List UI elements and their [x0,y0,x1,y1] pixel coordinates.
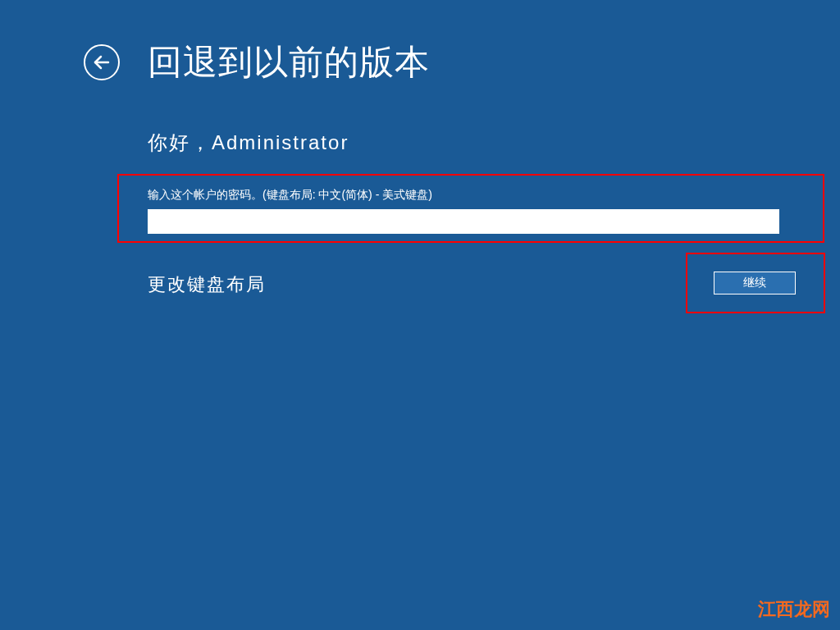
password-label: 输入这个帐户的密码。(键盘布局: 中文(简体) - 美式键盘) [148,188,783,203]
password-section: 输入这个帐户的密码。(键盘布局: 中文(简体) - 美式键盘) [148,188,783,234]
watermark-text: 江西龙网 [758,597,830,622]
page-title: 回退到以前的版本 [148,39,430,85]
change-keyboard-layout-link[interactable]: 更改键盘布局 [148,272,266,297]
header-row: 回退到以前的版本 [0,0,840,85]
greeting-text: 你好，Administrator [148,130,783,156]
password-input[interactable] [148,209,779,234]
bottom-row: 更改键盘布局 [148,272,779,297]
continue-button[interactable]: 继续 [714,272,796,294]
back-icon[interactable] [84,44,120,80]
